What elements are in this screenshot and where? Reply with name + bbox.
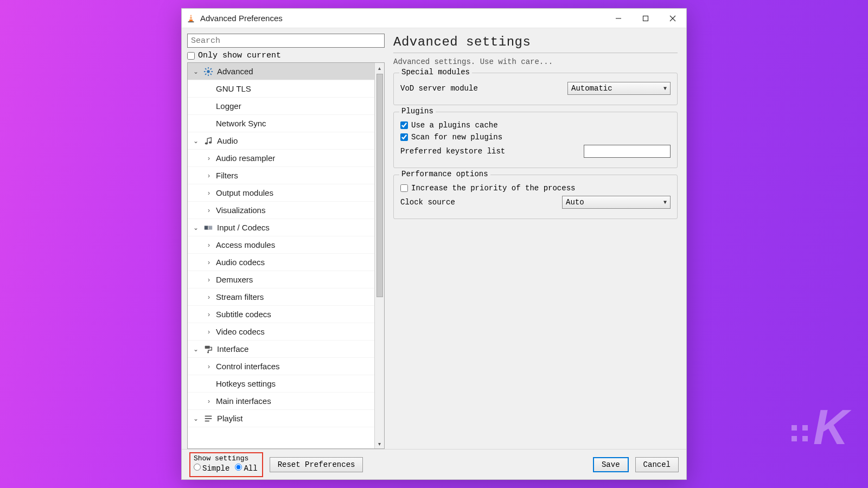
tree-item-main-interfaces[interactable]: ›Main interfaces — [188, 393, 374, 410]
scan-new-plugins-label: Scan for new plugins — [411, 133, 502, 142]
chevron-right-icon: › — [205, 293, 213, 301]
chevron-right-icon: › — [205, 311, 213, 318]
search-input[interactable] — [187, 34, 385, 48]
svg-line-14 — [210, 73, 212, 74]
vod-label: VoD server module — [400, 84, 563, 93]
tree-item-audio[interactable]: ⌄Audio — [188, 132, 374, 150]
group-plugins: Plugins Use a plugins cache Scan for new… — [393, 112, 678, 168]
vod-server-value: Automatic — [571, 84, 612, 93]
group-special-modules: Special modules VoD server module Automa… — [393, 73, 678, 105]
tree-item-network-sync[interactable]: Network Sync — [188, 115, 374, 132]
use-plugins-cache-checkbox[interactable] — [400, 121, 408, 129]
tree-item-output-modules[interactable]: ›Output modules — [188, 184, 374, 202]
chevron-down-icon: ▼ — [663, 200, 667, 206]
reset-preferences-button[interactable]: Reset Preferences — [270, 457, 363, 472]
tree-item-video-codecs[interactable]: ›Video codecs — [188, 323, 374, 341]
minimize-button[interactable] — [605, 9, 632, 28]
chevron-down-icon: ▼ — [663, 86, 667, 92]
preferences-window: Advanced Preferences Only show current ⌄… — [181, 8, 687, 480]
close-button[interactable] — [659, 9, 686, 28]
settings-tree: ⌄AdvancedGNU TLSLoggerNetwork Sync⌄Audio… — [187, 62, 385, 449]
clock-source-select[interactable]: Auto ▼ — [562, 196, 671, 209]
tree-item-demuxers[interactable]: ›Demuxers — [188, 271, 374, 288]
tree-item-hotkeys-settings[interactable]: Hotkeys settings — [188, 375, 374, 393]
svg-rect-20 — [209, 226, 212, 229]
svg-rect-1 — [189, 16, 192, 17]
chevron-right-icon: › — [205, 241, 213, 249]
show-settings-all[interactable]: All — [235, 464, 257, 473]
clock-source-value: Auto — [566, 198, 584, 207]
tree-item-visualizations[interactable]: ›Visualizations — [188, 202, 374, 219]
chevron-down-icon: ⌄ — [192, 415, 200, 422]
scroll-down-icon[interactable]: ▾ — [375, 439, 384, 448]
svg-rect-3 — [188, 21, 194, 22]
gear-icon — [203, 67, 214, 76]
tree-scrollbar[interactable]: ▴ ▾ — [374, 63, 384, 448]
chevron-right-icon: › — [205, 397, 213, 405]
playlist-icon — [203, 414, 214, 423]
svg-line-16 — [205, 73, 206, 74]
watermark: K — [792, 400, 846, 455]
keystore-input[interactable] — [584, 145, 671, 158]
svg-rect-19 — [205, 226, 208, 229]
increase-priority-checkbox[interactable] — [400, 184, 408, 192]
clock-source-label: Clock source — [400, 198, 558, 207]
tree-item-input-codecs[interactable]: ⌄Input / Codecs — [188, 219, 374, 236]
chevron-right-icon: › — [205, 276, 213, 284]
only-show-current-label: Only show current — [198, 51, 281, 60]
only-show-current[interactable]: Only show current — [187, 51, 385, 60]
chevron-right-icon: › — [205, 328, 213, 336]
chevron-down-icon: ⌄ — [192, 137, 200, 145]
svg-rect-25 — [207, 351, 209, 353]
left-panel: Only show current ⌄AdvancedGNU TLSLogger… — [187, 34, 385, 449]
tree-item-advanced[interactable]: ⌄Advanced — [188, 63, 374, 80]
note-icon — [203, 136, 214, 146]
maximize-button[interactable] — [632, 9, 659, 28]
scroll-up-icon[interactable]: ▴ — [375, 63, 384, 73]
chevron-down-icon: ⌄ — [192, 224, 200, 232]
show-settings-simple[interactable]: Simple — [194, 464, 229, 473]
footer: Show settings Simple All Reset Preferenc… — [182, 449, 686, 479]
svg-rect-24 — [205, 345, 210, 348]
only-show-current-checkbox[interactable] — [187, 52, 195, 60]
svg-marker-0 — [189, 14, 193, 21]
save-button[interactable]: Save — [593, 457, 629, 472]
tree-item-audio-codecs[interactable]: ›Audio codecs — [188, 254, 374, 271]
tree-item-control-interfaces[interactable]: ›Control interfaces — [188, 358, 374, 375]
cancel-button[interactable]: Cancel — [635, 457, 679, 472]
tree-item-filters[interactable]: ›Filters — [188, 167, 374, 184]
tree-item-access-modules[interactable]: ›Access modules — [188, 236, 374, 254]
svg-line-13 — [205, 68, 206, 69]
svg-point-8 — [207, 70, 209, 73]
show-settings-group: Show settings Simple All — [189, 452, 263, 477]
chevron-down-icon: ⌄ — [192, 345, 200, 353]
scan-new-plugins-checkbox[interactable] — [400, 133, 408, 141]
tree-item-stream-filters[interactable]: ›Stream filters — [188, 288, 374, 306]
svg-rect-2 — [189, 18, 193, 20]
legend-special: Special modules — [399, 68, 472, 76]
chevron-right-icon: › — [205, 155, 213, 162]
tree-item-playlist[interactable]: ⌄Playlist — [188, 410, 374, 427]
increase-priority-label: Increase the priority of the process — [411, 184, 575, 192]
panel-heading: Advanced settings — [393, 35, 678, 53]
tree-item-interface[interactable]: ⌄Interface — [188, 341, 374, 358]
titlebar: Advanced Preferences — [182, 9, 686, 28]
scrollbar-thumb[interactable] — [376, 74, 383, 297]
codec-icon — [203, 223, 214, 233]
vod-server-select[interactable]: Automatic ▼ — [567, 82, 671, 95]
group-performance: Performance options Increase the priorit… — [393, 175, 678, 219]
show-settings-label: Show settings — [194, 454, 258, 463]
paint-icon — [203, 344, 214, 354]
svg-line-15 — [210, 68, 212, 69]
settings-panel: Advanced settings Advanced settings. Use… — [393, 34, 681, 449]
tree-item-subtitle-codecs[interactable]: ›Subtitle codecs — [188, 306, 374, 323]
tree-item-audio-resampler[interactable]: ›Audio resampler — [188, 150, 374, 167]
window-controls — [605, 9, 686, 28]
legend-plugins: Plugins — [399, 107, 436, 115]
tree-item-gnu-tls[interactable]: GNU TLS — [188, 80, 374, 98]
tree-item-logger[interactable]: Logger — [188, 98, 374, 115]
vlc-cone-icon — [186, 14, 196, 23]
chevron-right-icon: › — [205, 363, 213, 370]
chevron-right-icon: › — [205, 189, 213, 197]
chevron-down-icon: ⌄ — [192, 68, 200, 75]
